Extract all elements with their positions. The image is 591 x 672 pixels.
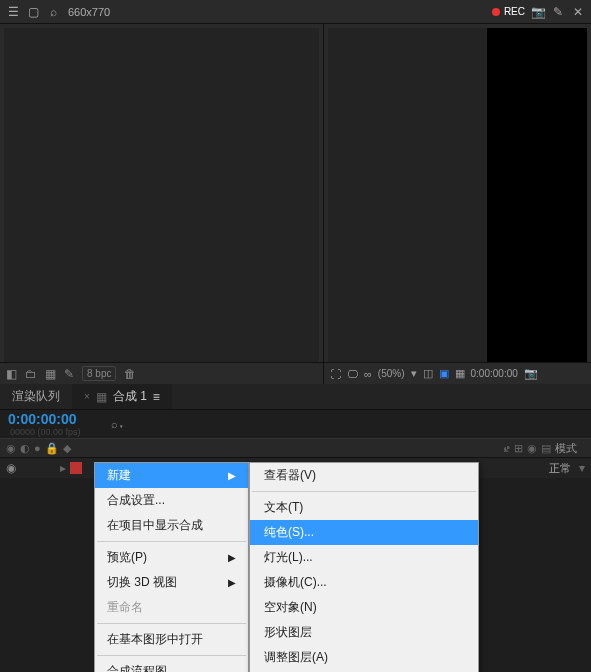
submenu-arrow-icon: ▶	[228, 552, 236, 563]
adjust-icon[interactable]: ✎	[64, 367, 74, 381]
preview-area	[487, 28, 587, 368]
graph-icon[interactable]: ▤	[541, 442, 551, 455]
alpha-icon[interactable]: ◫	[423, 367, 433, 380]
interpret-icon[interactable]: ◧	[6, 367, 17, 381]
zoom-value[interactable]: (50%)	[378, 368, 405, 379]
tab-menu-icon[interactable]: ≡	[153, 390, 160, 404]
ctx-label: 合成流程图	[107, 663, 167, 672]
tab-comp[interactable]: × ▦ 合成 1 ≡	[72, 384, 172, 409]
ctx-show-in-project[interactable]: 在项目中显示合成	[95, 513, 248, 538]
submenu-arrow-icon: ▶	[228, 577, 236, 588]
solo-header-icon[interactable]: ●	[34, 442, 41, 454]
label-header-icon[interactable]: ◆	[63, 442, 71, 455]
ctx-flowchart[interactable]: 合成流程图	[95, 659, 248, 672]
chevron-down-icon[interactable]: ▾	[411, 367, 417, 380]
viewer-footer: ⛶ 🖵 ∞ (50%) ▾ ◫ ▣ ▦ 0:00:00:00 📷	[324, 362, 591, 384]
column-header: ◉ ◐ ● 🔒 ◆ ⸙ ⊞ ◉ ▤ 模式	[0, 438, 591, 458]
ctx-label: 重命名	[107, 599, 143, 616]
ctx-label: 新建	[107, 467, 131, 484]
window-icon[interactable]: ▢	[26, 5, 40, 19]
context-menu: 新建▶ 合成设置... 在项目中显示合成 预览(P)▶ 切换 3D 视图▶ 重命…	[94, 462, 249, 672]
mode-chevron-icon[interactable]: ▾	[579, 461, 585, 475]
sub-adjust[interactable]: 调整图层(A)	[250, 645, 478, 670]
ctx-open-essential[interactable]: 在基本图形中打开	[95, 627, 248, 652]
ctx-comp-settings[interactable]: 合成设置...	[95, 488, 248, 513]
mode-header[interactable]: 模式	[555, 441, 585, 456]
bpc-button[interactable]: 8 bpc	[82, 366, 116, 381]
timeline-tabs: 渲染队列 × ▦ 合成 1 ≡	[0, 384, 591, 410]
shy-icon[interactable]: ⸙	[504, 442, 510, 454]
transparency-icon[interactable]: ▦	[455, 367, 465, 380]
ctx-new[interactable]: 新建▶	[95, 463, 248, 488]
trash-icon[interactable]: 🗑	[124, 367, 136, 381]
panels: ◧ 🗀 ▦ ✎ 8 bpc 🗑 ⛶ 🖵 ∞ (50%) ▾ ◫ ▣ ▦ 0:00…	[0, 24, 591, 384]
comp-chip-icon: ▦	[96, 390, 107, 404]
hamburger-icon[interactable]: ☰	[6, 5, 20, 19]
eye-icon[interactable]: ◉	[6, 461, 16, 475]
time-display[interactable]: 0:00:00:00	[471, 368, 518, 379]
ctx-label: 在基本图形中打开	[107, 631, 203, 648]
comp-icon[interactable]: ▦	[45, 367, 56, 381]
close-icon[interactable]: ✕	[571, 5, 585, 19]
sub-light[interactable]: 灯光(L)...	[250, 545, 478, 570]
goggles-icon[interactable]: ∞	[364, 368, 372, 380]
sub-viewer[interactable]: 查看器(V)	[250, 463, 478, 488]
monitor-icon[interactable]: 🖵	[347, 368, 358, 380]
tab-close-icon[interactable]: ×	[84, 391, 90, 402]
search-prompt-icon: ⌕▾	[111, 418, 125, 430]
label-color[interactable]	[70, 462, 82, 474]
separator	[97, 655, 246, 656]
fx-icon[interactable]: ⊞	[514, 442, 523, 455]
project-footer: ◧ 🗀 ▦ ✎ 8 bpc 🗑	[0, 362, 323, 384]
audio-header-icon[interactable]: ◐	[20, 442, 30, 455]
snapshot-icon[interactable]: 📷	[524, 367, 538, 380]
layer-search[interactable]: ⌕▾	[111, 418, 125, 430]
ctx-toggle-3d[interactable]: 切换 3D 视图▶	[95, 570, 248, 595]
submenu-arrow-icon: ▶	[228, 470, 236, 481]
sub-text[interactable]: 文本(T)	[250, 495, 478, 520]
sub-solid[interactable]: 纯色(S)...	[250, 520, 478, 545]
ctx-rename: 重命名	[95, 595, 248, 620]
record-dot-icon	[492, 8, 500, 16]
ctx-label: 预览(P)	[107, 549, 147, 566]
time-header: 0:00:00:00 00000 (00.00 fps) ⌕▾	[0, 410, 591, 438]
camera-icon[interactable]: 📷	[531, 5, 545, 19]
folder-icon[interactable]: 🗀	[25, 367, 37, 381]
twirl-icon[interactable]: ▸	[60, 461, 66, 475]
tab-label: 合成 1	[113, 388, 147, 405]
ctx-label: 在项目中显示合成	[107, 517, 203, 534]
timecode[interactable]: 0:00:00:00	[8, 411, 81, 427]
separator	[97, 541, 246, 542]
record-indicator[interactable]: REC	[492, 6, 525, 17]
separator	[252, 491, 476, 492]
edit-icon[interactable]: ✎	[551, 5, 565, 19]
sub-shape[interactable]: 形状图层	[250, 620, 478, 645]
search-text[interactable]: 660x770	[68, 6, 110, 18]
eye-header-icon[interactable]: ◉	[6, 442, 16, 455]
ctx-preview[interactable]: 预览(P)▶	[95, 545, 248, 570]
comp-viewer: ⛶ 🖵 ∞ (50%) ▾ ◫ ▣ ▦ 0:00:00:00 📷	[324, 24, 591, 384]
mb-icon[interactable]: ◉	[527, 442, 537, 455]
sub-camera[interactable]: 摄像机(C)...	[250, 570, 478, 595]
lock-header-icon[interactable]: 🔒	[45, 442, 59, 455]
tab-label: 渲染队列	[12, 388, 60, 405]
ctx-label: 切换 3D 视图	[107, 574, 177, 591]
sub-null[interactable]: 空对象(N)	[250, 595, 478, 620]
mag-icon[interactable]: ⛶	[330, 368, 341, 380]
search-icon[interactable]: ⌕	[46, 5, 60, 19]
top-toolbar: ☰ ▢ ⌕ 660x770 REC 📷 ✎ ✕	[0, 0, 591, 24]
mode-value[interactable]: 正常	[549, 461, 571, 476]
record-label: REC	[504, 6, 525, 17]
project-panel-content[interactable]	[4, 28, 319, 380]
separator	[97, 623, 246, 624]
new-submenu: 查看器(V) 文本(T) 纯色(S)... 灯光(L)... 摄像机(C)...…	[249, 462, 479, 672]
viewer-content[interactable]	[328, 28, 587, 380]
project-panel: ◧ 🗀 ▦ ✎ 8 bpc 🗑	[0, 24, 324, 384]
timecode-sub: 00000 (00.00 fps)	[10, 427, 81, 437]
tab-render-queue[interactable]: 渲染队列	[0, 384, 72, 409]
ctx-label: 合成设置...	[107, 492, 165, 509]
region-icon[interactable]: ▣	[439, 367, 449, 380]
